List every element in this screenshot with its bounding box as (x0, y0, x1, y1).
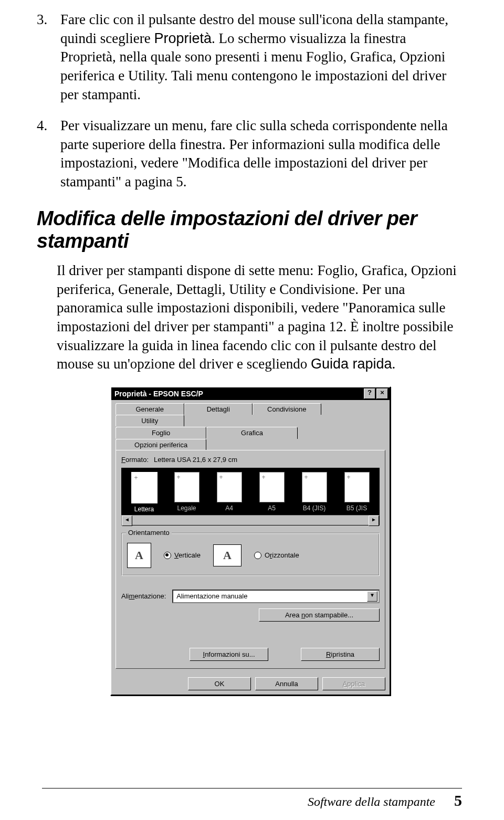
page-icon (131, 472, 158, 503)
apply-button: Applica (322, 677, 385, 690)
scroll-right-icon[interactable]: ► (369, 516, 379, 526)
feed-row: Alimentazione: Alimentazione manuale ▼ (121, 590, 380, 603)
paper-size-strip[interactable]: Lettera Legale A4 A5 B4 (JIS) B5 (JIS (121, 468, 380, 515)
feed-combobox[interactable]: Alimentazione manuale ▼ (172, 590, 380, 603)
numbered-list: 3. Fare clic con il pulsante destro del … (37, 10, 462, 192)
window-title: Proprietà - EPSON ESC/P (114, 390, 203, 398)
paper-option-b4[interactable]: B4 (JIS) (295, 472, 334, 513)
ui-term-guida: Guida rapida (311, 356, 392, 372)
radio-icon[interactable] (254, 552, 261, 559)
format-value: Lettera USA 21,6 x 27,9 cm (154, 456, 237, 464)
tab-opzioni-periferica[interactable]: Opzioni periferica (116, 439, 206, 450)
titlebar[interactable]: Proprietà - EPSON ESC/P ? × (111, 387, 390, 400)
format-row: Formato: Lettera USA 21,6 x 27,9 cm (121, 456, 380, 464)
orientation-legend: Orientamento (126, 529, 172, 537)
list-item-3: 3. Fare clic con il pulsante destro del … (37, 10, 462, 104)
orientation-group: Orientamento A Verticale A Orizzontale (121, 533, 380, 576)
tab-condivisione[interactable]: Condivisione (253, 403, 321, 415)
footer-label: Software della stampante (308, 795, 435, 808)
tab-grafica[interactable]: Grafica (206, 427, 297, 439)
page-footer: Software della stampante 5 (42, 788, 462, 810)
ok-button[interactable]: OK (188, 677, 251, 690)
dialog-buttons: OK Annulla Applica (111, 673, 390, 695)
page-number: 5 (454, 792, 462, 809)
tab-foglio[interactable]: Foglio (116, 427, 206, 439)
list-number: 4. (37, 117, 60, 192)
format-label: Formato: (121, 456, 149, 464)
list-text: Fare clic con il pulsante destro del mou… (60, 10, 462, 104)
informazioni-button[interactable]: Informazioni su... (190, 648, 268, 661)
paper-option-a5[interactable]: A5 (252, 472, 291, 513)
area-non-stampabile-button[interactable]: Area non stampabile... (259, 608, 380, 622)
orientation-landscape-icon: A (213, 544, 242, 566)
feed-label: Alimentazione: (121, 592, 166, 600)
page-icon (259, 472, 285, 502)
paper-option-a4[interactable]: A4 (209, 472, 249, 513)
info-restore-row: Informazioni su... Ripristina (121, 648, 380, 661)
orientation-option-verticale[interactable]: Verticale (164, 551, 201, 559)
list-item-4: 4. Per visualizzare un menu, fare clic s… (37, 117, 462, 192)
list-number: 3. (37, 10, 60, 104)
tab-generale[interactable]: Generale (116, 403, 184, 415)
tab-utility[interactable]: Utility (116, 415, 184, 426)
radio-icon[interactable] (164, 552, 171, 559)
page-icon (302, 472, 327, 502)
ui-term-proprieta: Proprietà (154, 30, 212, 46)
tab-dettagli[interactable]: Dettagli (184, 403, 253, 415)
tab-row-front: Foglio Grafica Opzioni periferica (116, 426, 385, 450)
properties-dialog: Proprietà - EPSON ESC/P ? × Generale Det… (110, 386, 391, 696)
paper-option-lettera[interactable]: Lettera (124, 472, 164, 513)
paper-option-legale[interactable]: Legale (167, 472, 206, 513)
page-icon (217, 472, 242, 502)
orientation-option-orizzontale[interactable]: Orizzontale (254, 551, 299, 559)
tab-row-back: Generale Dettagli Condivisione Utility (116, 403, 385, 426)
chevron-down-icon[interactable]: ▼ (367, 591, 377, 602)
page-icon (174, 472, 200, 502)
page-icon (344, 472, 370, 502)
paper-option-b5[interactable]: B5 (JIS (337, 472, 376, 513)
dialog-screenshot: Proprietà - EPSON ESC/P ? × Generale Det… (110, 386, 388, 696)
ripristina-button[interactable]: Ripristina (301, 648, 380, 661)
area-button-row: Area non stampabile... (121, 608, 380, 622)
tab-area: Generale Dettagli Condivisione Utility F… (111, 400, 390, 673)
section-heading: Modifica delle impostazioni del driver p… (37, 207, 462, 253)
scroll-left-icon[interactable]: ◄ (122, 516, 132, 526)
close-button[interactable]: × (376, 388, 388, 399)
page: 3. Fare clic con il pulsante destro del … (0, 0, 504, 820)
paper-scrollbar[interactable]: ◄ ► (121, 515, 380, 525)
tab-panel-foglio: Formato: Lettera USA 21,6 x 27,9 cm Lett… (116, 450, 385, 669)
help-button[interactable]: ? (364, 388, 375, 399)
cancel-button[interactable]: Annulla (255, 677, 318, 690)
list-text: Per visualizzare un menu, fare clic sull… (60, 117, 462, 192)
feed-value: Alimentazione manuale (176, 592, 247, 600)
section-paragraph: Il driver per stampanti dispone di sette… (57, 261, 462, 374)
orientation-portrait-icon: A (127, 543, 151, 568)
